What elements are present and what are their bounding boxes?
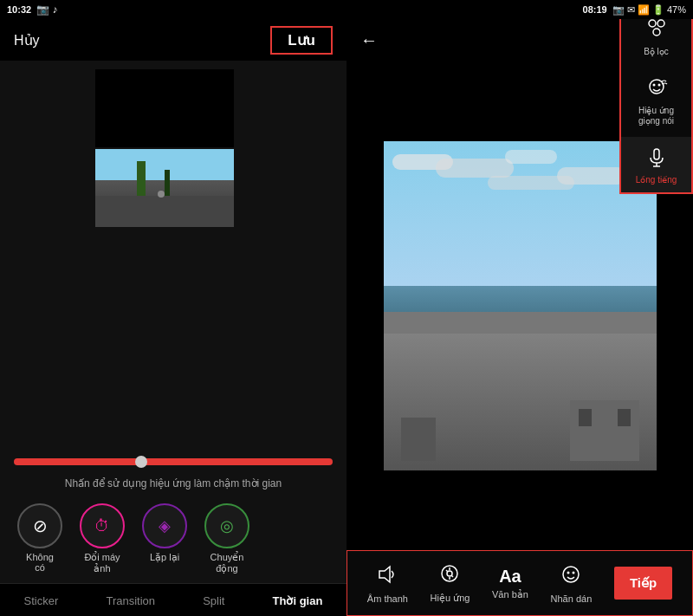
filter-icon [644,16,669,45]
voice-effect-icon [644,75,669,104]
road-surface [384,312,657,334]
effect-label-move: Chuyểnđộng [210,552,244,574]
svg-rect-6 [654,149,659,159]
dubbing-icon [644,144,669,173]
slider-area [0,451,346,472]
svg-point-12 [567,571,570,574]
thumb-tree2 [165,170,170,196]
time-slider[interactable] [14,458,333,465]
sticker-label: Nhãn dán [551,593,593,604]
back-button[interactable]: ← [360,30,378,50]
effect-label-none: Khôngcó [26,552,54,573]
thumb-road [95,196,234,227]
effect-icon-switch: ⏱ [80,503,125,548]
effect-icon-move: ◎ [204,503,249,548]
effect-item-move[interactable]: ◎ Chuyểnđộng [204,503,249,574]
effect-label: Hiệu ứng [431,593,470,604]
thumb-scene [95,149,234,227]
svg-point-11 [563,567,579,582]
svg-point-1 [657,20,664,27]
save-button[interactable]: Lưu [270,26,333,55]
status-time-left: 10:32 [7,4,31,15]
text-label: Văn bản [492,589,528,600]
sound-icon [376,563,398,591]
toolbar-item-sticker[interactable]: Nhãn dán [551,563,593,604]
effect-label-repeat: Lặp lại [150,552,179,563]
effect-icon [438,562,461,590]
filter-label: Bộ lọc [644,47,669,57]
svg-point-13 [573,571,575,574]
status-icons-left: 📷 ♪ [36,3,57,16]
voice-effect-label: Hiệu ứnggiọng nói [638,106,674,126]
cloud5 [488,176,574,190]
move-icon: ◎ [220,516,234,535]
sidebar-item-voice-effect[interactable]: Hiệu ứnggiọng nói [621,68,691,133]
sound-label: Âm thanh [367,593,408,604]
status-bar-right: 08:19 📷 ✉ 📶 🔋 47% [346,0,693,19]
tab-split[interactable]: Split [196,593,231,609]
building [570,400,639,461]
toolbar-item-sound[interactable]: Âm thanh [367,563,408,604]
video-thumbnails [95,69,234,227]
bottom-toolbar: Âm thanh Hiệu ứng Aa Văn bản [346,550,693,616]
sidebar-item-dubbing[interactable]: Lồng tiếng [621,137,691,192]
svg-point-4 [652,84,655,87]
status-bar-left: 10:32 📷 ♪ [0,0,346,19]
status-battery-right: 📷 ✉ 📶 🔋 47% [612,4,686,16]
repeat-icon: ◈ [159,516,171,535]
left-panel: Hủy Lưu Nhấn để sử dụng hiệu ứng làm chậ… [0,0,346,616]
slider-thumb[interactable] [135,456,147,468]
next-button[interactable]: Tiếp [614,567,672,600]
effect-item-repeat[interactable]: ◈ Lặp lại [142,503,187,574]
window2 [618,409,631,426]
video-preview-area [0,61,346,451]
svg-point-10 [447,571,452,576]
svg-point-2 [653,29,660,36]
cancel-button[interactable]: Hủy [14,32,40,49]
switch-camera-icon: ⏱ [94,517,110,535]
text-icon: Aa [499,567,521,587]
building2 [401,418,436,461]
thumb-vehicle [158,191,165,198]
left-header: Hủy Lưu [0,19,346,61]
svg-point-0 [649,20,656,27]
thumbnail-image [95,149,234,227]
tab-sticker[interactable]: Sticker [17,593,66,609]
bottom-tabs-left: Sticker Transition Split Thời gian [0,583,346,616]
no-effect-icon: ⊘ [33,515,48,536]
right-sidebar-icons: Bộ lọc Hiệu ứnggiọng nói [619,0,693,194]
sticker-icon [560,563,582,591]
cloud3 [505,150,557,164]
effect-icon-repeat: ◈ [142,503,187,548]
effects-row: ⊘ Khôngcó ⏱ Đổi máyảnh ◈ Lặp lại ◎ Chuyể… [0,495,346,583]
status-time-right: 08:19 [583,4,607,15]
toolbar-item-effect[interactable]: Hiệu ứng [431,562,470,604]
effect-item-none[interactable]: ⊘ Khôngcó [17,503,62,574]
right-panel: ← Bộ lọc [346,0,693,616]
dubbing-label: Lồng tiếng [636,175,677,185]
thumbnail-black [95,69,234,147]
video-scene [384,141,657,470]
toolbar-item-text[interactable]: Aa Văn bản [492,567,528,600]
tab-time[interactable]: Thời gian [266,593,330,609]
effect-icon-none: ⊘ [17,503,62,548]
effect-item-switch[interactable]: ⏱ Đổi máyảnh [80,503,125,574]
effect-label-switch: Đổi máyảnh [84,552,120,574]
tab-transition[interactable]: Transition [99,593,162,609]
sea-water [384,286,657,312]
hint-text: Nhấn để sử dụng hiệu ứng làm chậm thời g… [0,472,346,495]
cloud2 [436,159,514,178]
thumb-tree [137,161,146,196]
svg-point-5 [657,84,660,87]
window1 [579,409,592,426]
scene-ground [384,312,657,470]
scene-sky [384,141,657,313]
